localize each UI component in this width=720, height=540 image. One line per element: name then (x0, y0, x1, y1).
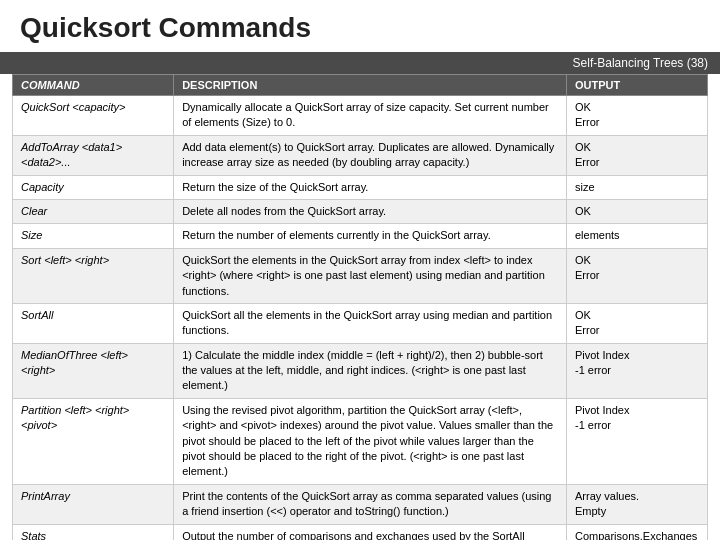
commands-table: COMMAND DESCRIPTION OUTPUT QuickSort <ca… (12, 74, 708, 540)
cell-description: QuickSort the elements in the QuickSort … (174, 248, 567, 303)
header-label: Self-Balancing Trees (38) (573, 56, 708, 70)
cell-output: Pivot Index -1 error (566, 343, 707, 398)
table-row: Sort <left> <right>QuickSort the element… (13, 248, 708, 303)
table-container: COMMAND DESCRIPTION OUTPUT QuickSort <ca… (0, 74, 720, 540)
cell-description: Add data element(s) to QuickSort array. … (174, 135, 567, 175)
table-row: CapacityReturn the size of the QuickSort… (13, 175, 708, 199)
table-row: ClearDelete all nodes from the QuickSort… (13, 199, 708, 223)
table-row: Stats (Bonus)Output the number of compar… (13, 524, 708, 540)
cell-command: Partition <left> <right> <pivot> (13, 398, 174, 484)
cell-command: Size (13, 224, 174, 248)
table-row: SizeReturn the number of elements curren… (13, 224, 708, 248)
cell-output: OK Error (566, 96, 707, 136)
col-header-output: OUTPUT (566, 75, 707, 96)
table-row: Partition <left> <right> <pivot>Using th… (13, 398, 708, 484)
cell-output: Array values. Empty (566, 484, 707, 524)
cell-output: OK Error (566, 248, 707, 303)
table-row: SortAllQuickSort all the elements in the… (13, 303, 708, 343)
cell-command: SortAll (13, 303, 174, 343)
col-header-command: COMMAND (13, 75, 174, 96)
table-row: MedianOfThree <left> <right>1) Calculate… (13, 343, 708, 398)
cell-description: Delete all nodes from the QuickSort arra… (174, 199, 567, 223)
cell-command: PrintArray (13, 484, 174, 524)
page-title: Quicksort Commands (0, 0, 720, 52)
table-row: AddToArray <data1> <data2>...Add data el… (13, 135, 708, 175)
cell-output: elements (566, 224, 707, 248)
cell-output: OK Error (566, 135, 707, 175)
table-row: PrintArrayPrint the contents of the Quic… (13, 484, 708, 524)
cell-output: Comparisons,Exchanges (566, 524, 707, 540)
col-header-description: DESCRIPTION (174, 75, 567, 96)
cell-description: Output the number of comparisons and exc… (174, 524, 567, 540)
cell-command: Sort <left> <right> (13, 248, 174, 303)
cell-output: size (566, 175, 707, 199)
cell-description: QuickSort all the elements in the QuickS… (174, 303, 567, 343)
cell-output: OK Error (566, 303, 707, 343)
table-header-row: COMMAND DESCRIPTION OUTPUT (13, 75, 708, 96)
cell-command: AddToArray <data1> <data2>... (13, 135, 174, 175)
cell-command: MedianOfThree <left> <right> (13, 343, 174, 398)
cell-command: QuickSort <capacity> (13, 96, 174, 136)
cell-description: Dynamically allocate a QuickSort array o… (174, 96, 567, 136)
cell-output: OK (566, 199, 707, 223)
cell-description: 1) Calculate the middle index (middle = … (174, 343, 567, 398)
cell-description: Using the revised pivot algorithm, parti… (174, 398, 567, 484)
cell-description: Return the size of the QuickSort array. (174, 175, 567, 199)
cell-command: Capacity (13, 175, 174, 199)
cell-command: Clear (13, 199, 174, 223)
header-bar: Self-Balancing Trees (38) (0, 52, 720, 74)
cell-description: Print the contents of the QuickSort arra… (174, 484, 567, 524)
cell-output: Pivot Index -1 error (566, 398, 707, 484)
cell-command: Stats (Bonus) (13, 524, 174, 540)
cell-description: Return the number of elements currently … (174, 224, 567, 248)
table-row: QuickSort <capacity>Dynamically allocate… (13, 96, 708, 136)
